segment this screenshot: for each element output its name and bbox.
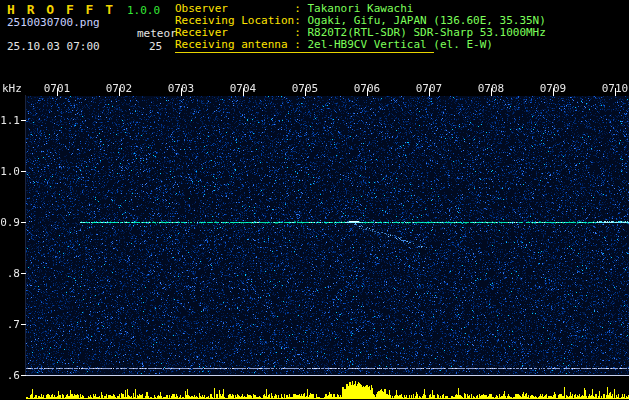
x-tick-label: 0704 <box>230 82 257 95</box>
x-tick-label: 0701 <box>44 82 71 95</box>
station-info: Observer: Takanori KawachiReceiving Loca… <box>175 3 546 51</box>
x-tick-label: 0708 <box>478 82 505 95</box>
hrofft-output: H R O F F T 1.0.0 2510030700.png meteor … <box>0 0 629 400</box>
y-tick-label: .7 <box>0 318 20 331</box>
x-tick-label: 0702 <box>106 82 133 95</box>
x-tick-label: 0707 <box>416 82 443 95</box>
y-tick-label: 1.1 <box>0 114 20 127</box>
y-tick-label: .8 <box>0 267 20 280</box>
y-tick-label: .6 <box>0 369 20 382</box>
spectrogram-canvas <box>0 78 629 400</box>
station-info-row: Receiving antenna: 2el-HB9CV Vertical (e… <box>175 39 546 51</box>
info-value: 2el-HB9CV Vertical (el. E-W) <box>307 38 492 51</box>
x-tick-label: 0703 <box>168 82 195 95</box>
y-axis-unit: kHz <box>2 82 22 95</box>
info-underline <box>175 52 434 53</box>
y-tick-label: 0.9 <box>0 216 20 229</box>
x-tick-label: 0710 <box>602 82 629 95</box>
app-version: 1.0.0 <box>127 4 160 17</box>
observation-timestamp: 25.10.03 07:00 <box>7 40 100 53</box>
info-colon: : <box>294 38 307 51</box>
mode-label: meteor <box>137 27 177 40</box>
y-tick-label: 1.0 <box>0 165 20 178</box>
output-filename: 2510030700.png <box>7 16 100 29</box>
echo-count: 25 <box>149 40 162 53</box>
info-label: Receiving antenna <box>175 39 294 51</box>
app-title: H R O F F T <box>7 2 115 17</box>
x-tick-label: 0705 <box>292 82 319 95</box>
x-tick-label: 0706 <box>354 82 381 95</box>
x-tick-label: 0709 <box>540 82 567 95</box>
